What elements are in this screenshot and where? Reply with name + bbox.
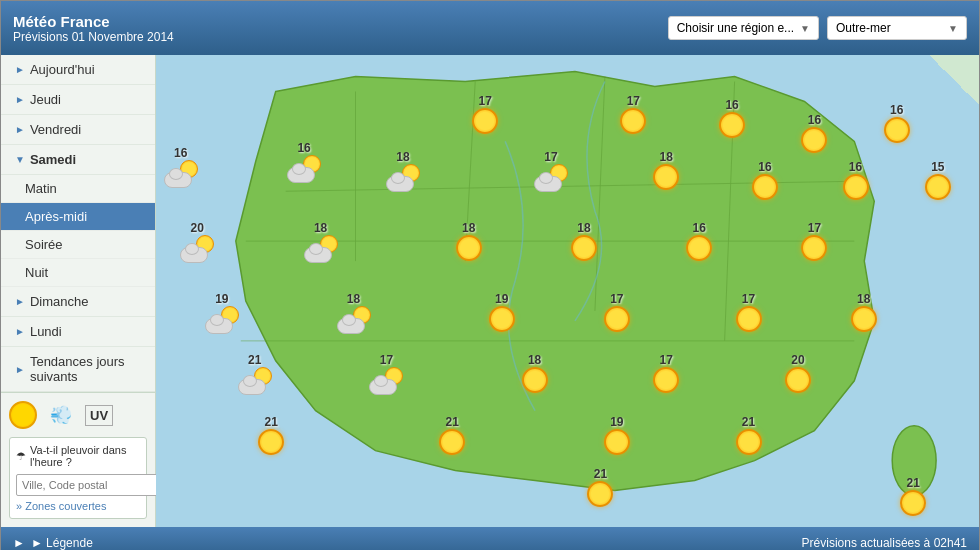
uv-label: UV	[85, 405, 113, 426]
sun-cloud-icon	[386, 164, 420, 192]
weather-point-32: 19	[604, 414, 630, 455]
weather-point-24: 18	[851, 291, 877, 332]
sun-icon	[653, 367, 679, 393]
nav-label: Vendredi	[30, 122, 81, 137]
sun-cloud-icon	[287, 155, 321, 183]
sun-icon	[736, 429, 762, 455]
sidebar-item-jeudi[interactable]: ► Jeudi	[1, 85, 155, 115]
sidebar-item-vendredi[interactable]: ► Vendredi	[1, 115, 155, 145]
sidebar-item-tendances[interactable]: ► Tendances jours suivants	[1, 347, 155, 392]
sidebar-sub-soiree[interactable]: Soirée	[1, 231, 155, 259]
temperature-label: 16	[725, 98, 738, 112]
sun-icon[interactable]	[9, 401, 37, 429]
sun-icon	[472, 108, 498, 134]
weather-point-25: 21	[238, 352, 272, 395]
sun-icon	[604, 429, 630, 455]
temperature-label: 18	[462, 221, 475, 235]
sun-icon	[719, 112, 745, 138]
legende-button[interactable]: ► ► Légende	[13, 536, 93, 550]
region-dropdown[interactable]: Choisir une région e... ▼	[668, 16, 819, 40]
sun-icon	[843, 174, 869, 200]
sun-cloud-icon	[164, 160, 198, 188]
sun-icon	[571, 235, 597, 261]
weather-point-7: 18	[386, 149, 420, 192]
temperature-label: 20	[791, 353, 804, 367]
temperature-label: 21	[446, 415, 459, 429]
sun-icon	[258, 429, 284, 455]
weather-point-27: 18	[522, 352, 548, 393]
triangle-icon: ►	[13, 536, 25, 550]
sidebar-item-dimanche[interactable]: ► Dimanche	[1, 287, 155, 317]
temperature-label: 17	[544, 150, 557, 164]
rain-input-row: Ok	[16, 474, 140, 496]
sun-icon	[522, 367, 548, 393]
sidebar-bottom: 💨 UV ☂ Va-t-il pleuvoir dans l'heure ? O…	[1, 392, 155, 527]
forecast-date: Prévisions 01 Novembre 2014	[13, 30, 174, 44]
weather-point-4: 16	[884, 102, 910, 143]
weather-point-17: 16	[686, 220, 712, 261]
temperature-label: 16	[758, 160, 771, 174]
temperature-label: 21	[265, 415, 278, 429]
legende-label: ► Légende	[31, 536, 93, 550]
triangle-down-icon: ▼	[15, 154, 25, 165]
temperature-label: 20	[190, 221, 203, 235]
sun-icon	[801, 127, 827, 153]
temperature-label: 15	[931, 160, 944, 174]
outremer-dropdown-label: Outre-mer	[836, 21, 891, 35]
sidebar-sub-apres-midi[interactable]: Après-midi	[1, 203, 155, 231]
sidebar-item-aujourd-hui[interactable]: ► Aujourd'hui	[1, 55, 155, 85]
header-controls: Choisir une région e... ▼ Outre-mer ▼	[668, 16, 967, 40]
weather-point-0: 17	[620, 93, 646, 134]
sun-icon	[752, 174, 778, 200]
temperature-label: 16	[297, 141, 310, 155]
weather-point-8: 17	[534, 149, 568, 192]
sun-icon	[604, 306, 630, 332]
sidebar-item-samedi[interactable]: ▼ Samedi	[1, 145, 155, 175]
weather-point-30: 21	[258, 414, 284, 455]
nav-list: ► Aujourd'hui ► Jeudi ► Vendredi ▼ Samed…	[1, 55, 155, 392]
weather-point-1: 17	[472, 93, 498, 134]
chevron-down-icon-2: ▼	[948, 23, 958, 34]
temperature-label: 18	[528, 353, 541, 367]
temperature-label: 19	[215, 292, 228, 306]
temperature-label: 16	[174, 146, 187, 160]
sun-icon	[620, 108, 646, 134]
sidebar-sub-matin[interactable]: Matin	[1, 175, 155, 203]
city-input[interactable]	[16, 474, 166, 496]
weather-point-2: 16	[719, 97, 745, 138]
nav-label: Tendances jours suivants	[30, 354, 145, 384]
map-area: 1717161616161618171816161520181818161719…	[156, 55, 979, 527]
sidebar-sub-nuit[interactable]: Nuit	[1, 259, 155, 287]
curled-corner	[929, 55, 979, 105]
weather-point-10: 16	[752, 159, 778, 200]
footer: ► ► Légende Prévisions actualisées à 02h…	[1, 527, 979, 550]
temperature-label: 21	[248, 353, 261, 367]
sun-cloud-icon	[304, 235, 338, 263]
weather-point-5: 16	[164, 145, 198, 188]
update-time: Prévisions actualisées à 02h41	[802, 536, 967, 550]
sun-cloud-icon	[205, 306, 239, 334]
temperature-label: 17	[627, 94, 640, 108]
nav-label: Jeudi	[30, 92, 61, 107]
sun-cloud-icon	[534, 164, 568, 192]
sun-icon	[785, 367, 811, 393]
sun-icon	[439, 429, 465, 455]
sun-icon	[851, 306, 877, 332]
wind-icon[interactable]: 💨	[43, 401, 79, 429]
temperature-label: 18	[347, 292, 360, 306]
weather-point-9: 18	[653, 149, 679, 190]
sidebar-item-lundi[interactable]: ► Lundi	[1, 317, 155, 347]
sidebar: ► Aujourd'hui ► Jeudi ► Vendredi ▼ Samed…	[1, 55, 156, 527]
weather-point-28: 17	[653, 352, 679, 393]
triangle-icon: ►	[15, 64, 25, 75]
nav-label: Aujourd'hui	[30, 62, 95, 77]
nav-label: Samedi	[30, 152, 76, 167]
temperature-label: 17	[380, 353, 393, 367]
outremer-dropdown[interactable]: Outre-mer ▼	[827, 16, 967, 40]
zones-link[interactable]: » Zones couvertes	[16, 500, 140, 512]
weather-point-26: 17	[369, 352, 403, 395]
nav-label: Dimanche	[30, 294, 89, 309]
sun-icon	[653, 164, 679, 190]
temperature-label: 21	[742, 415, 755, 429]
sun-cloud-icon	[238, 367, 272, 395]
